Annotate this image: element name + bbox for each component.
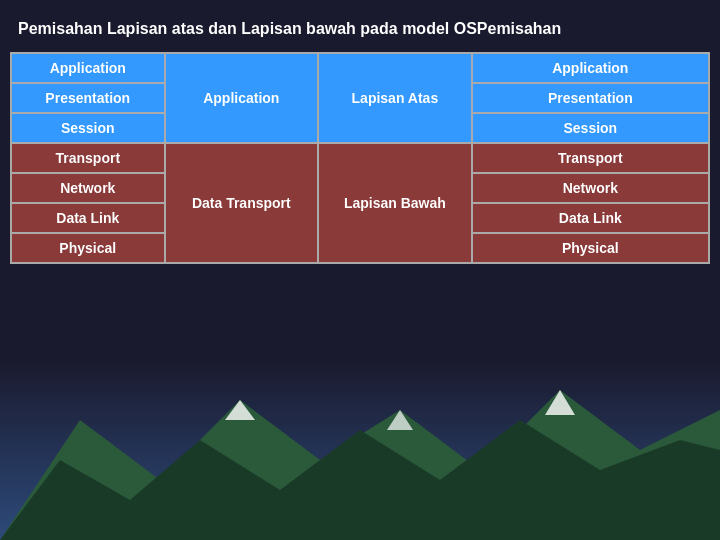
table-row: Transport Data Transport Lapisan Bawah T… <box>11 143 709 173</box>
group-application-middle: Application <box>165 53 319 143</box>
layer-presentation-right: Presentation <box>472 83 709 113</box>
layer-physical-left: Physical <box>11 233 165 263</box>
layer-datalink-right: Data Link <box>472 203 709 233</box>
group-lower-label: Lapisan Bawah <box>318 143 472 263</box>
layer-session-left: Session <box>11 113 165 143</box>
layer-session-right: Session <box>472 113 709 143</box>
layer-transport-left: Transport <box>11 143 165 173</box>
layer-network-left: Network <box>11 173 165 203</box>
layer-network-right: Network <box>472 173 709 203</box>
group-datatransport-middle: Data Transport <box>165 143 319 263</box>
osi-table: Application Application Lapisan Atas App… <box>10 52 710 264</box>
layer-physical-right: Physical <box>472 233 709 263</box>
content-area: Pemisahan Lapisan atas dan Lapisan bawah… <box>0 0 720 274</box>
layer-application-left: Application <box>11 53 165 83</box>
table-row: Application Application Lapisan Atas App… <box>11 53 709 83</box>
layer-application-right: Application <box>472 53 709 83</box>
layer-datalink-left: Data Link <box>11 203 165 233</box>
group-upper-label: Lapisan Atas <box>318 53 472 143</box>
page-title: Pemisahan Lapisan atas dan Lapisan bawah… <box>10 20 710 38</box>
layer-presentation-left: Presentation <box>11 83 165 113</box>
layer-transport-right: Transport <box>472 143 709 173</box>
